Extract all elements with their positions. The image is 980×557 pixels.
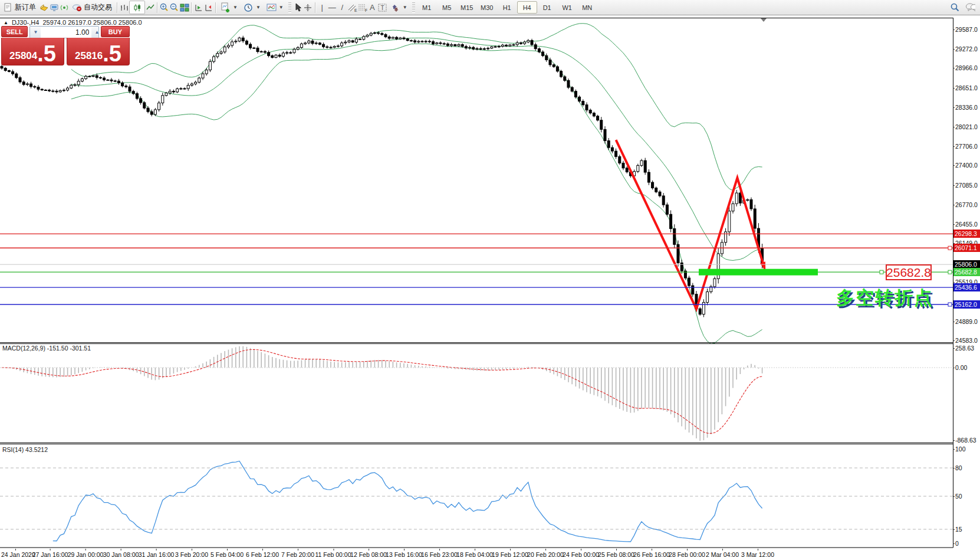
- crosshair-icon[interactable]: [303, 2, 313, 12]
- candle: [519, 43, 522, 44]
- market-watch-icon[interactable]: [39, 2, 49, 12]
- candle: [318, 43, 321, 44]
- rsi-tick: 80: [955, 464, 962, 471]
- time-tick: 27 Jan 16:00: [32, 551, 68, 557]
- fibonacci-icon[interactable]: F: [357, 2, 367, 12]
- candle: [399, 38, 402, 39]
- tile-windows-icon[interactable]: [179, 2, 189, 12]
- indicators-button[interactable]: ▼: [218, 1, 241, 14]
- price-tick: 26770.0: [955, 201, 978, 208]
- equidistant-channel-icon[interactable]: E: [347, 2, 357, 12]
- price-badge: 25806.0: [953, 260, 980, 268]
- time-tick: 5 Feb 04:00: [211, 551, 244, 557]
- zoom-out-icon[interactable]: [169, 2, 179, 12]
- volume-decrease-button[interactable]: ▼: [30, 27, 41, 38]
- candle: [659, 192, 661, 196]
- candle: [677, 244, 679, 263]
- candle: [110, 80, 113, 81]
- candle: [571, 87, 573, 91]
- candle: [311, 41, 314, 43]
- text-icon[interactable]: A: [367, 2, 377, 12]
- line-endpoint-marker: [880, 270, 883, 274]
- bar-chart-icon[interactable]: [119, 2, 129, 12]
- candle: [567, 80, 570, 87]
- rsi-tick: 0: [955, 540, 959, 547]
- chart-shift-icon[interactable]: [203, 2, 213, 12]
- candle: [165, 93, 167, 96]
- time-tick: 28 Feb 00:00: [669, 551, 705, 557]
- candle: [216, 54, 219, 57]
- candle: [172, 91, 175, 92]
- tf-h1[interactable]: H1: [497, 1, 517, 14]
- price-tick: 27085.0: [955, 182, 978, 189]
- zoom-in-icon[interactable]: [159, 2, 169, 12]
- tf-d1[interactable]: D1: [537, 1, 557, 14]
- chat-icon[interactable]: [965, 2, 975, 12]
- chevron-down-icon: ▼: [403, 5, 407, 10]
- tf-mn[interactable]: MN: [577, 1, 597, 14]
- sell-price-panel[interactable]: 25804 .5: [1, 38, 64, 65]
- buy-button[interactable]: BUY: [101, 26, 130, 37]
- one-click-order-panel: SELL ▼ ▲ BUY 25804 .5 25816 .5: [1, 26, 130, 65]
- candle: [644, 160, 646, 172]
- candle: [315, 43, 317, 44]
- sell-button[interactable]: SELL: [1, 26, 28, 37]
- horizontal-line-icon[interactable]: —: [327, 2, 337, 12]
- price-axis[interactable]: 29587.029272.028966.028651.028336.028021…: [953, 18, 980, 548]
- sell-price-main: 25804: [9, 51, 37, 61]
- symbol-period-label: DJ30-,H4: [12, 19, 39, 26]
- search-icon[interactable]: [949, 2, 959, 12]
- volume-input[interactable]: [41, 27, 91, 38]
- cursor-icon[interactable]: [293, 2, 303, 12]
- price-tick: 24583.0: [955, 337, 978, 344]
- volume-increase-button[interactable]: ▲: [91, 27, 98, 38]
- buy-price-panel[interactable]: 25816 .5: [67, 38, 130, 65]
- candle: [516, 43, 518, 45]
- candle: [403, 38, 405, 39]
- candle: [205, 70, 208, 74]
- navigator-icon[interactable]: [49, 2, 59, 12]
- candle: [564, 77, 566, 80]
- tf-m15[interactable]: M15: [457, 1, 477, 14]
- candle: [136, 94, 138, 99]
- candle: [59, 90, 61, 91]
- arrows-button[interactable]: ▼: [387, 1, 410, 14]
- auto-trading-button[interactable]: 自动交易: [69, 1, 115, 14]
- time-tick: 6 Feb 12:00: [246, 551, 279, 557]
- time-axis[interactable]: 24 Jan 202027 Jan 16:0029 Jan 00:0030 Ja…: [0, 551, 953, 557]
- signal-icon[interactable]: [59, 2, 69, 12]
- candle: [158, 103, 160, 109]
- indicators-icon: [221, 2, 231, 12]
- line-chart-icon[interactable]: [145, 2, 155, 12]
- chart-canvas[interactable]: [0, 18, 953, 548]
- candle: [48, 90, 51, 91]
- tf-m1[interactable]: M1: [417, 1, 437, 14]
- level-price-label[interactable]: 25682.8: [886, 264, 932, 280]
- text-label-icon[interactable]: T: [377, 2, 387, 12]
- periods-button[interactable]: ▼: [241, 1, 264, 14]
- price-tick: 28021.0: [955, 123, 978, 130]
- templates-button[interactable]: ▼: [264, 1, 287, 14]
- toolbar-grip[interactable]: [412, 2, 415, 13]
- thick-green-level-bar[interactable]: [699, 269, 818, 276]
- toolbar-grip[interactable]: [288, 2, 291, 13]
- candle: [323, 44, 325, 47]
- candlestick-chart-button[interactable]: [129, 1, 145, 14]
- turning-point-note[interactable]: 多空转折点: [836, 286, 933, 310]
- tf-h4[interactable]: H4: [517, 1, 537, 14]
- tf-m30[interactable]: M30: [477, 1, 497, 14]
- candle: [293, 49, 295, 53]
- trendline-icon[interactable]: /: [337, 2, 347, 12]
- auto-trading-label: 自动交易: [84, 2, 112, 12]
- vertical-line-icon[interactable]: |: [317, 2, 327, 12]
- candle: [373, 32, 376, 33]
- time-tick: 3 Mar 12:00: [741, 551, 774, 557]
- separator: [191, 2, 192, 13]
- candle: [249, 44, 252, 48]
- candle: [103, 78, 106, 80]
- new-order-button[interactable]: 新订单: [0, 1, 39, 14]
- tf-w1[interactable]: W1: [557, 1, 577, 14]
- auto-scroll-icon[interactable]: [193, 2, 203, 12]
- tf-m5[interactable]: M5: [437, 1, 457, 14]
- candles-layer[interactable]: [1, 31, 764, 317]
